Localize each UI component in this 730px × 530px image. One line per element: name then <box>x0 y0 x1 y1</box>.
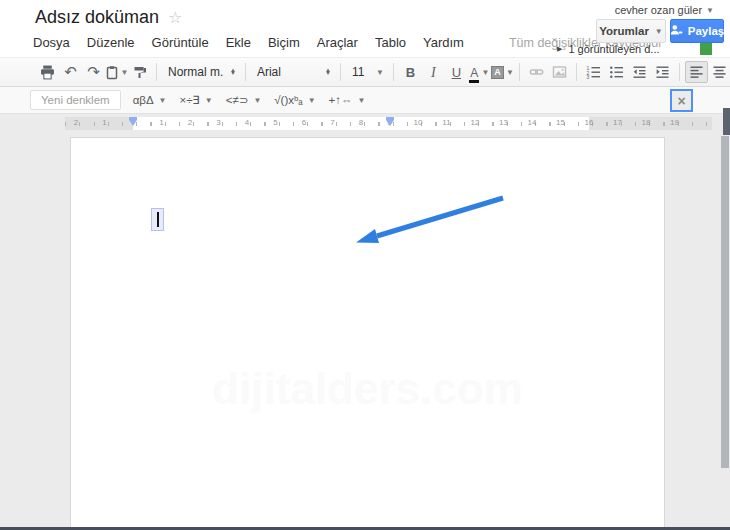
ruler-number: 2 <box>74 118 78 127</box>
paint-format-icon <box>133 65 147 80</box>
size-value: 11 <box>352 65 370 79</box>
bulleted-list-button[interactable] <box>605 61 628 83</box>
size-select[interactable]: 11▼ <box>346 61 388 83</box>
align-left-icon <box>689 65 704 79</box>
star-icon[interactable]: ☆ <box>168 10 182 26</box>
highlight-color-button[interactable]: A▼ <box>491 61 514 83</box>
viewers-toggle[interactable]: ▶ 1 görüntüleyen d... <box>557 43 660 55</box>
paste-format-button[interactable]: ▼ <box>105 61 128 83</box>
ruler-number: 6 <box>302 118 306 127</box>
share-person-icon <box>670 24 683 39</box>
insert-image-button <box>548 61 571 83</box>
redo-button[interactable]: ↷ <box>82 61 105 83</box>
watermark: dijitalders.com <box>71 364 664 414</box>
underline-button[interactable]: U <box>445 61 468 83</box>
toolbar-separator <box>340 63 341 81</box>
svg-text:3: 3 <box>586 74 589 79</box>
comments-label: Yorumlar <box>599 25 649 37</box>
toolbar-separator <box>679 63 680 81</box>
chevron-down-icon: ▼ <box>655 27 663 36</box>
text-color-button[interactable]: A▼ <box>468 61 491 83</box>
highlight-color-icon: A <box>491 66 504 79</box>
equation-symbol-group-4[interactable]: √()xᵇₐ▼ <box>274 94 315 106</box>
presence-indicator <box>700 43 712 55</box>
italic-icon: I <box>431 63 436 81</box>
indent-button[interactable] <box>651 61 674 83</box>
menu-tablo[interactable]: Tablo <box>375 35 406 50</box>
vertical-scrollbar-thumb[interactable] <box>721 136 729 468</box>
ruler-number: 2 <box>188 118 192 127</box>
menu-ekle[interactable]: Ekle <box>226 35 251 50</box>
document-title[interactable]: Adsız doküman <box>35 7 159 28</box>
chevron-down-icon: ▼ <box>376 68 384 77</box>
document-page[interactable]: dijitalders.com <box>70 137 665 527</box>
outdent-button[interactable] <box>628 61 651 83</box>
share-label: Paylaş <box>688 25 724 37</box>
close-equation-toolbar-button[interactable]: × <box>670 89 693 112</box>
comments-button[interactable]: Yorumlar ▼ <box>596 19 666 43</box>
bold-icon: B <box>406 63 415 81</box>
menu-görüntüle[interactable]: Görüntüle <box>152 35 209 50</box>
equation-symbol-group-2[interactable]: ×÷∃▼ <box>180 93 213 107</box>
equation-group-label: ×÷∃ <box>180 93 200 107</box>
undo-icon: ↶ <box>64 63 77 81</box>
align-left-button[interactable] <box>685 61 708 83</box>
menu-biçim[interactable]: Biçim <box>268 35 300 50</box>
new-equation-button[interactable]: Yeni denklem <box>30 90 121 110</box>
triangle-right-icon: ▶ <box>557 45 562 53</box>
insert-link-icon <box>529 65 544 79</box>
bold-button[interactable]: B <box>399 61 422 83</box>
paint-format-button[interactable] <box>128 61 151 83</box>
equation-group-label: √()xᵇₐ <box>274 94 302 106</box>
style-select[interactable]: Normal m...▲▼ <box>162 61 240 83</box>
main-toolbar: ↶↷▼Normal m...▲▼Arial▲▼11▼BIUA▼A▼123▼ <box>0 57 730 87</box>
indent-marker[interactable] <box>386 117 394 126</box>
equation-placeholder[interactable] <box>151 208 164 231</box>
equation-symbol-group-3[interactable]: <≠⊃▼ <box>226 93 262 107</box>
share-button[interactable]: Paylaş <box>670 19 724 43</box>
ruler-number: 5 <box>273 118 277 127</box>
bulleted-list-icon <box>609 65 624 79</box>
numbered-list-button[interactable]: 123 <box>582 61 605 83</box>
ruler-number: 15 <box>556 118 565 127</box>
chevron-down-icon: ▼ <box>159 96 167 105</box>
ruler-zone: 2112345678910111213141516171819 <box>0 114 730 133</box>
ruler-number: 16 <box>585 118 594 127</box>
ruler-number: 12 <box>471 118 480 127</box>
equation-symbol-group-1[interactable]: αβΔ▼ <box>133 94 167 106</box>
equation-group-label: <≠⊃ <box>226 93 249 107</box>
chevron-down-icon: ▼ <box>706 6 714 15</box>
menu-araçlar[interactable]: Araçlar <box>317 35 358 50</box>
annotation-arrow <box>71 138 666 528</box>
toolbar-separator <box>156 63 157 81</box>
print-button[interactable] <box>36 61 59 83</box>
indent-marker[interactable] <box>129 117 137 126</box>
ruler[interactable]: 2112345678910111213141516171819 <box>65 117 712 130</box>
ruler-number: 8 <box>359 118 363 127</box>
equation-group-label: +↑⇔ <box>329 94 353 106</box>
chevron-down-icon: ▼ <box>358 96 366 105</box>
header: Adsız doküman ☆ cevher ozan güler ▼ Dosy… <box>0 0 730 57</box>
menu-dosya[interactable]: Dosya <box>33 35 70 50</box>
equation-group-label: αβΔ <box>133 94 154 106</box>
viewers-label: 1 görüntüleyen d... <box>568 43 659 55</box>
chevron-down-icon: ▼ <box>506 68 514 77</box>
italic-button[interactable]: I <box>422 61 445 83</box>
chevron-down-icon: ▼ <box>481 68 489 77</box>
account-menu[interactable]: cevher ozan güler ▼ <box>615 4 714 16</box>
scrollbar-top-segment <box>723 108 730 135</box>
align-center-button[interactable] <box>708 61 730 83</box>
title-row: Adsız doküman ☆ <box>35 7 182 28</box>
text-cursor <box>157 212 159 227</box>
equation-symbol-group-5[interactable]: +↑⇔▼ <box>329 94 366 106</box>
font-select[interactable]: Arial▲▼ <box>251 61 335 83</box>
menu-düzenle[interactable]: Düzenle <box>87 35 135 50</box>
google-docs-window: Adsız doküman ☆ cevher ozan güler ▼ Dosy… <box>0 0 730 530</box>
new-equation-label: Yeni denklem <box>41 94 110 106</box>
ruler-number: 1 <box>102 118 106 127</box>
undo-button[interactable]: ↶ <box>59 61 82 83</box>
updown-icon: ▲▼ <box>230 69 236 76</box>
ruler-number: 3 <box>216 118 220 127</box>
menu-yardım[interactable]: Yardım <box>423 35 464 50</box>
insert-image-icon <box>552 65 567 79</box>
